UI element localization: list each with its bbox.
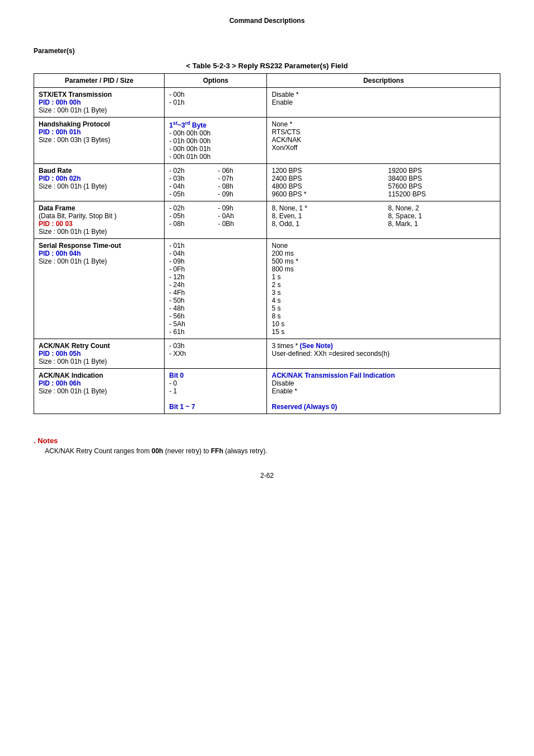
row-desc-stx: Disable *Enable <box>267 88 500 118</box>
param-pid-indication: PID : 00h 06h <box>39 379 81 387</box>
param-pid-baudrate: PID : 00h 02h <box>39 175 81 182</box>
options-col-left: - 02h- 03h- 04h- 05h <box>169 167 213 198</box>
notes-bold1: 00h <box>152 447 163 455</box>
notes-section: . Notes ACK/NAK Retry Count ranges from … <box>34 436 500 455</box>
page-header: Command Descriptions <box>34 11 500 25</box>
row-options-retrycount: - 03h- XXh <box>165 339 267 369</box>
main-table: Parameter / PID / Size Options Descripti… <box>34 73 500 414</box>
param-size-handshaking: Size : 00h 03h (3 Bytes) <box>39 136 110 144</box>
desc-col-right: 19200 BPS38400 BPS57600 BPS115200 BPS <box>388 167 495 198</box>
desc-col-left: 8, None, 1 *8, Even, 18, Odd, 1 <box>271 204 379 228</box>
param-size-baudrate: Size : 00h 01h (1 Byte) <box>39 182 107 190</box>
options-col-left: - 02h- 05h- 08h <box>169 204 213 228</box>
notes-bold2: FFh <box>211 447 223 455</box>
param-pid-retrycount: PID : 00h 05h <box>39 350 81 358</box>
param-name-timeout: Serial Response Time-out <box>39 242 121 250</box>
col-header-param: Parameter / PID / Size <box>34 74 165 88</box>
param-sub-dataframe: (Data Bit, Parity, Stop Bit ) <box>39 212 116 220</box>
param-name-dataframe: Data Frame <box>39 204 75 212</box>
param-pid-handshaking: PID : 00h 01h <box>39 128 81 136</box>
notes-bullet: . Notes <box>34 436 500 445</box>
row-options-handshaking: 1st~3rd Byte - 00h 00h 00h - 01h 00h 00h… <box>165 118 267 164</box>
desc-col-right: 8, None, 28, Space, 18, Mark, 1 <box>388 204 495 228</box>
header-title: Command Descriptions <box>229 17 305 25</box>
row-param-baudrate: Baud Rate PID : 00h 02h Size : 00h 01h (… <box>34 164 165 201</box>
param-name-handshaking: Handshaking Protocol <box>39 120 110 128</box>
param-name-baudrate: Baud Rate <box>39 167 72 175</box>
desc-col-left: 1200 BPS2400 BPS4800 BPS9600 BPS * <box>271 167 379 198</box>
param-size-indication: Size : 00h 01h (1 Byte) <box>39 387 107 395</box>
row-options-baudrate: - 02h- 03h- 04h- 05h - 06h- 07h- 08h- 09… <box>165 164 267 201</box>
param-name-retrycount: ACK/NAK Retry Count <box>39 342 110 350</box>
see-note-label: (See Note) <box>300 342 333 350</box>
row-param-dataframe: Data Frame (Data Bit, Parity, Stop Bit )… <box>34 201 165 239</box>
param-pid-stx: PID : 00h 00h <box>39 98 81 106</box>
row-desc-indication: ACK/NAK Transmission Fail Indication Dis… <box>267 369 500 414</box>
row-param-retrycount: ACK/NAK Retry Count PID : 00h 05h Size :… <box>34 339 165 369</box>
table-row: Baud Rate PID : 00h 02h Size : 00h 01h (… <box>34 164 500 201</box>
bit17-label: Bit 1 ~ 7 <box>169 403 195 411</box>
col-header-options: Options <box>165 74 267 88</box>
row-desc-timeout: None200 ms500 ms *800 ms1 s2 s3 s4 s5 s8… <box>267 239 500 339</box>
param-size-stx: Size : 00h 01h (1 Byte) <box>39 106 107 114</box>
param-pid-dataframe: PID : 00 03 <box>39 220 73 228</box>
table-row: ACK/NAK Indication PID : 00h 06h Size : … <box>34 369 500 414</box>
row-options-indication: Bit 0 - 0- 1 Bit 1 ~ 7 <box>165 369 267 414</box>
table-row: ACK/NAK Retry Count PID : 00h 05h Size :… <box>34 339 500 369</box>
row-options-timeout: - 01h- 04h- 09h- 0Fh- 12h- 24h- 4Fh- 50h… <box>165 239 267 339</box>
table-row: Handshaking Protocol PID : 00h 01h Size … <box>34 118 500 164</box>
param-size-retrycount: Size : 00h 01h (1 Byte) <box>39 358 107 365</box>
superscript-label: 1st~3rd Byte <box>169 121 207 129</box>
row-desc-baudrate: 1200 BPS2400 BPS4800 BPS9600 BPS * 19200… <box>267 164 500 201</box>
table-row: Serial Response Time-out PID : 00h 04h S… <box>34 239 500 339</box>
options-col-right: - 09h- 0Ah- 0Bh <box>218 204 262 228</box>
param-size-timeout: Size : 00h 01h (1 Byte) <box>39 257 107 265</box>
table-row: Data Frame (Data Bit, Parity, Stop Bit )… <box>34 201 500 239</box>
ack-fail-header: ACK/NAK Transmission Fail Indication <box>271 372 395 379</box>
notes-text: ACK/NAK Retry Count ranges from 00h (nev… <box>45 447 500 455</box>
table-row: STX/ETX Transmission PID : 00h 00h Size … <box>34 88 500 118</box>
row-desc-dataframe: 8, None, 1 *8, Even, 18, Odd, 1 8, None,… <box>267 201 500 239</box>
bit0-label: Bit 0 <box>169 372 184 379</box>
options-col-right: - 06h- 07h- 08h- 09h <box>218 167 262 198</box>
param-pid-timeout: PID : 00h 04h <box>39 250 81 257</box>
param-name-stx: STX/ETX Transmission <box>39 91 112 98</box>
row-desc-handshaking: None *RTS/CTSACK/NAKXon/Xoff <box>267 118 500 164</box>
col-header-desc: Descriptions <box>267 74 500 88</box>
row-desc-retrycount: 3 times * (See Note) User-defined: XXh =… <box>267 339 500 369</box>
section-label: Parameter(s) <box>34 47 500 55</box>
param-size-dataframe: Size : 00h 01h (1 Byte) <box>39 228 107 236</box>
reserved-label: Reserved (Always 0) <box>271 403 337 411</box>
row-param-indication: ACK/NAK Indication PID : 00h 06h Size : … <box>34 369 165 414</box>
param-name-indication: ACK/NAK Indication <box>39 372 103 379</box>
table-title: < Table 5-2-3 > Reply RS232 Parameter(s)… <box>34 62 500 70</box>
row-param-stx: STX/ETX Transmission PID : 00h 00h Size … <box>34 88 165 118</box>
row-param-handshaking: Handshaking Protocol PID : 00h 01h Size … <box>34 118 165 164</box>
row-options-stx: - 00h- 01h <box>165 88 267 118</box>
row-options-dataframe: - 02h- 05h- 08h - 09h- 0Ah- 0Bh <box>165 201 267 239</box>
row-param-timeout: Serial Response Time-out PID : 00h 04h S… <box>34 239 165 339</box>
page-number: 2-62 <box>34 472 500 480</box>
